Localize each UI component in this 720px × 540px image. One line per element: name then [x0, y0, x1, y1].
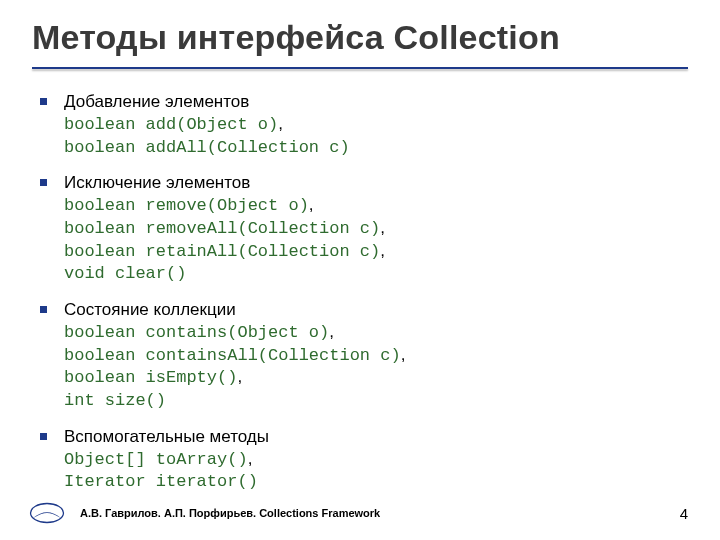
logo-icon — [28, 500, 66, 526]
separator: , — [309, 195, 314, 214]
separator: , — [380, 218, 385, 237]
code-line: boolean retainAll(Collection c) — [64, 242, 380, 261]
item-heading: Исключение элементов — [64, 173, 250, 192]
list-item: Добавление элементов boolean add(Object … — [36, 91, 688, 158]
code-line: boolean isEmpty() — [64, 368, 237, 387]
code-line: int size() — [64, 391, 166, 410]
item-heading: Добавление элементов — [64, 92, 249, 111]
page-title: Методы интерфейса Collection — [32, 18, 688, 57]
list-item: Вспомогательные методы Object[] toArray(… — [36, 426, 688, 493]
footer-left: А.В. Гаврилов. А.П. Порфирьев. Collectio… — [28, 500, 380, 526]
footer: А.В. Гаврилов. А.П. Порфирьев. Collectio… — [0, 500, 720, 526]
item-heading: Состояние коллекции — [64, 300, 236, 319]
code-line: boolean add(Object o) — [64, 115, 278, 134]
separator: , — [278, 114, 283, 133]
separator: , — [380, 241, 385, 260]
code-line: Object[] toArray() — [64, 450, 248, 469]
code-line: boolean contains(Object o) — [64, 323, 329, 342]
code-line: void clear() — [64, 264, 186, 283]
slide: Методы интерфейса Collection Добавление … — [0, 0, 720, 540]
code-line: boolean addAll(Collection c) — [64, 138, 350, 157]
bullet-list: Добавление элементов boolean add(Object … — [32, 91, 688, 493]
page-number: 4 — [680, 505, 688, 522]
code-line: boolean remove(Object o) — [64, 196, 309, 215]
separator: , — [248, 449, 253, 468]
separator: , — [329, 322, 334, 341]
footer-text: А.В. Гаврилов. А.П. Порфирьев. Collectio… — [80, 507, 380, 519]
separator: , — [237, 367, 242, 386]
code-line: boolean removeAll(Collection c) — [64, 219, 380, 238]
separator: , — [401, 345, 406, 364]
list-item: Состояние коллекции boolean contains(Obj… — [36, 299, 688, 412]
code-line: boolean containsAll(Collection c) — [64, 346, 401, 365]
divider — [32, 67, 688, 69]
list-item: Исключение элементов boolean remove(Obje… — [36, 172, 688, 285]
item-heading: Вспомогательные методы — [64, 427, 269, 446]
code-line: Iterator iterator() — [64, 472, 258, 491]
